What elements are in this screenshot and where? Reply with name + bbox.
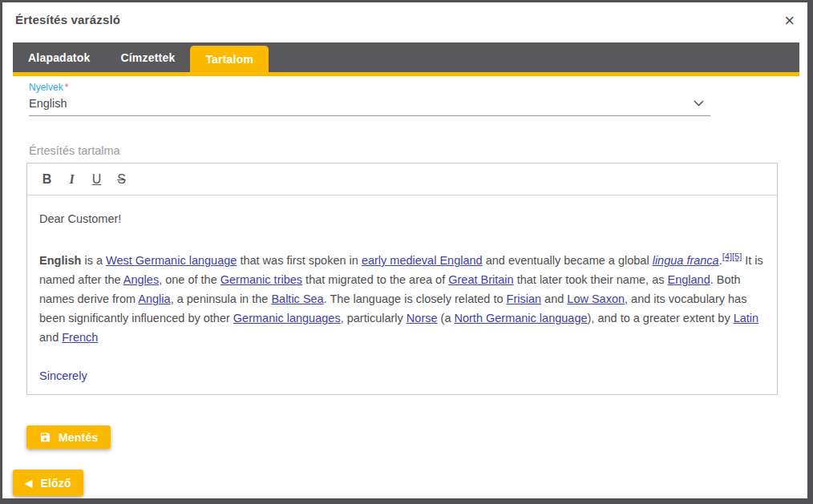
language-value: English — [29, 97, 67, 110]
required-marker: * — [65, 82, 69, 93]
previous-button-label: Előző — [40, 477, 71, 490]
arrow-left-icon: ◀ — [25, 478, 32, 488]
italic-button[interactable]: I — [62, 169, 82, 189]
content-label: Értesítés tartalma — [29, 144, 120, 157]
content-link[interactable]: [5] — [732, 252, 742, 261]
modal-backdrop: Értesítés varázsló × Alapadatok Címzette… — [0, 0, 813, 504]
content-link[interactable]: Frisian — [507, 292, 542, 305]
content-link[interactable]: early medieval England — [362, 254, 483, 267]
content-text: and — [541, 292, 567, 305]
content-link[interactable]: North Germanic language — [454, 312, 587, 325]
underline-button[interactable]: U — [87, 169, 107, 189]
greeting-text: Dear Customer! — [39, 209, 765, 228]
tab-bar: Alapadatok Címzettek Tartalom — [13, 42, 799, 76]
content-link[interactable]: Germanic languages — [233, 312, 341, 325]
content-link[interactable]: [4] — [722, 252, 732, 261]
language-select[interactable]: Nyelvek* English — [29, 82, 710, 116]
tab-tartalom[interactable]: Tartalom — [190, 46, 269, 72]
editor-toolbar: B I U S — [27, 163, 777, 196]
content-text: that later took their name, as — [514, 273, 668, 286]
content-bold-text: English — [39, 254, 81, 267]
content-link[interactable]: French — [62, 331, 98, 344]
content-text: . The language is closely related to — [324, 292, 507, 305]
notification-paragraph: English is a West Germanic language that… — [39, 251, 765, 347]
content-link[interactable]: Angles — [123, 273, 159, 286]
chevron-down-icon[interactable] — [694, 100, 704, 107]
tab-cimzettek[interactable]: Címzettek — [105, 42, 190, 72]
content-link[interactable]: Latin — [734, 312, 758, 325]
content-link[interactable]: Low Saxon — [567, 292, 625, 305]
content-text: and eventually became a global — [483, 254, 653, 267]
content-text: and — [39, 331, 62, 344]
notification-wizard-dialog: Értesítés varázsló × Alapadatok Címzette… — [2, 2, 807, 498]
save-icon — [39, 431, 51, 443]
content-link[interactable]: England — [667, 273, 710, 286]
closing-text: Sincerely — [39, 366, 765, 385]
content-text: , particularly — [341, 312, 406, 325]
content-text: that migrated to the area of — [302, 273, 448, 286]
content-text: , a peninsula in the — [171, 292, 272, 305]
content-link[interactable]: Baltic Sea — [271, 292, 323, 305]
close-icon[interactable]: × — [781, 10, 798, 31]
editor-content[interactable]: Dear Customer! English is a West Germani… — [27, 196, 777, 399]
content-text: ), and to a greater extent by — [588, 312, 734, 325]
previous-button[interactable]: ◀ Előző — [13, 470, 83, 496]
dialog-title: Értesítés varázsló — [15, 13, 120, 26]
rich-text-editor: B I U S Dear Customer! English is a West… — [26, 163, 778, 395]
tab-alapadatok[interactable]: Alapadatok — [13, 42, 105, 72]
content-link[interactable]: lingua franca — [653, 254, 719, 267]
content-text: that was first spoken in — [237, 254, 362, 267]
content-text: (a — [438, 312, 455, 325]
language-select-row[interactable]: English — [29, 95, 710, 116]
save-button-label: Mentés — [59, 431, 98, 444]
language-label: Nyelvek* — [29, 82, 710, 93]
language-label-text: Nyelvek — [29, 82, 63, 93]
strikethrough-button[interactable]: S — [111, 169, 131, 189]
bold-button[interactable]: B — [37, 169, 57, 189]
content-link[interactable]: West Germanic language — [106, 254, 237, 267]
content-link[interactable]: Great Britain — [448, 273, 513, 286]
content-text: , one of the — [159, 273, 220, 286]
content-link[interactable]: Germanic tribes — [220, 273, 302, 286]
content-link[interactable]: Norse — [406, 312, 438, 325]
content-link[interactable]: Anglia — [138, 292, 170, 305]
content-text: is a — [81, 254, 106, 267]
save-button[interactable]: Mentés — [26, 425, 111, 449]
